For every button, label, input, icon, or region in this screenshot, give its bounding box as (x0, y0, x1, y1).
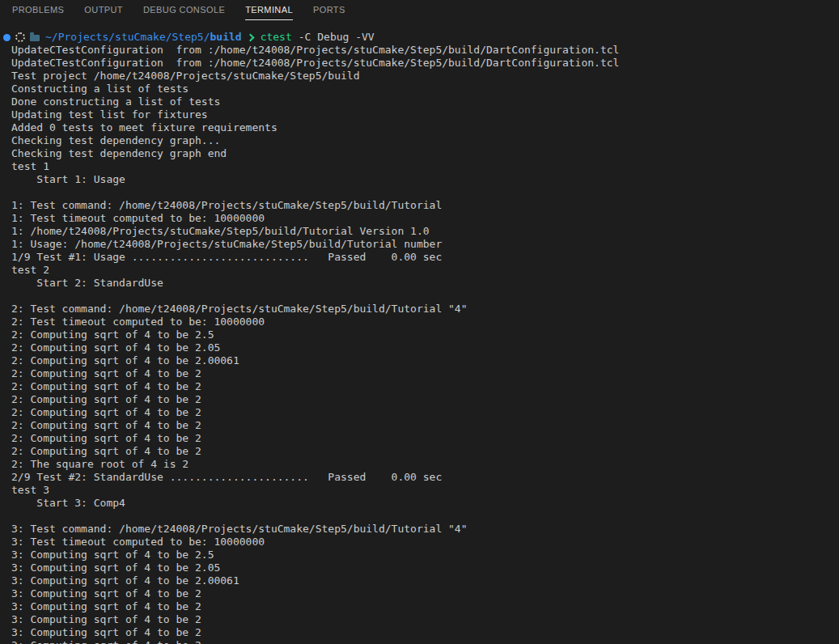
tab-ports[interactable]: PORTS (313, 6, 345, 20)
terminal-panel[interactable]: ~/Projects/stuCmake/Step5/build ctest -C… (0, 23, 839, 644)
prompt-path-current-dir: build (210, 31, 242, 43)
folder-icon (30, 35, 40, 41)
terminal-prompt-line: ~/Projects/stuCmake/Step5/build ctest -C… (11, 31, 839, 44)
panel-tabbar: PROBLEMS OUTPUT DEBUG CONSOLE TERMINAL P… (0, 0, 839, 23)
command-decoration-icon[interactable] (3, 34, 11, 41)
tab-output[interactable]: OUTPUT (84, 6, 123, 20)
tab-terminal[interactable]: TERMINAL (245, 6, 293, 20)
prompt-path-text: ~/Projects/stuCmake/Step5/ (45, 31, 210, 43)
prompt-command-args: -C Debug -VV (299, 31, 375, 44)
terminal-output-text: UpdateCTestConfiguration from :/home/t24… (11, 44, 839, 644)
prompt-path: ~/Projects/stuCmake/Step5/build (45, 31, 242, 44)
gear-icon (15, 32, 25, 42)
tab-debug-console[interactable]: DEBUG CONSOLE (143, 6, 225, 20)
tab-problems[interactable]: PROBLEMS (12, 6, 64, 20)
prompt-command: ctest (261, 31, 292, 44)
prompt-chevron-icon (246, 33, 254, 41)
